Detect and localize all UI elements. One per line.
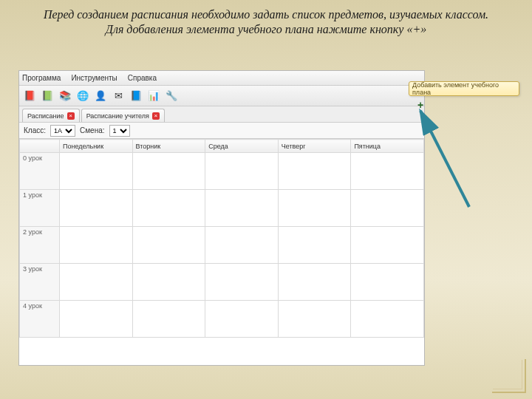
app-window: Программа Инструменты Справка 📕📗📚🌐👤✉📘📊🔧 … bbox=[18, 70, 425, 366]
col-header-blank bbox=[20, 140, 60, 153]
schedule-cell[interactable] bbox=[278, 190, 351, 227]
tab-schedule[interactable]: Расписание × bbox=[22, 109, 80, 122]
decorative-corner-inner bbox=[493, 360, 522, 389]
slide-caption: Перед созданием расписания необходимо за… bbox=[0, 0, 532, 41]
row-header: 0 урок bbox=[20, 153, 60, 190]
schedule-cell[interactable] bbox=[278, 301, 351, 338]
col-header-thursday: Четверг bbox=[278, 140, 351, 153]
filter-bar: Класс: 1А Смена: 1 bbox=[19, 123, 424, 139]
schedule-cell[interactable] bbox=[351, 301, 424, 338]
mail-icon[interactable]: ✉ bbox=[111, 89, 126, 103]
schedule-cell[interactable] bbox=[278, 264, 351, 301]
teacher-icon[interactable]: 👤 bbox=[93, 89, 108, 103]
schedule-cell[interactable] bbox=[205, 227, 279, 264]
tooltip-add-element: Добавить элемент учебного плана bbox=[409, 81, 519, 96]
schedule-table: Понедельник Вторник Среда Четверг Пятниц… bbox=[19, 139, 424, 338]
schedule-cell[interactable] bbox=[205, 264, 279, 301]
book-red-icon[interactable]: 📕 bbox=[22, 89, 37, 103]
schedule-cell[interactable] bbox=[205, 190, 279, 227]
schedule-cell[interactable] bbox=[132, 301, 205, 338]
schedule-cell[interactable] bbox=[205, 301, 279, 338]
menu-tools[interactable]: Инструменты bbox=[71, 74, 117, 82]
schedule-cell[interactable] bbox=[351, 264, 424, 301]
row-header: 3 урок bbox=[20, 264, 60, 301]
schedule-cell[interactable] bbox=[278, 227, 351, 264]
schedule-cell[interactable] bbox=[205, 153, 279, 190]
schedule-cell[interactable] bbox=[60, 190, 133, 227]
class-label: Класс: bbox=[24, 126, 46, 134]
svg-line-0 bbox=[420, 111, 469, 207]
schedule-cell[interactable] bbox=[132, 153, 205, 190]
tab-label: Расписание bbox=[27, 112, 64, 120]
tabs-bar: Расписание × Расписание учителя × bbox=[19, 106, 424, 123]
row-header: 2 урок bbox=[20, 227, 60, 264]
close-icon[interactable]: × bbox=[152, 112, 160, 120]
table-row: 4 урок bbox=[20, 301, 424, 338]
row-header: 4 урок bbox=[20, 301, 60, 338]
schedule-grid-container: Понедельник Вторник Среда Четверг Пятниц… bbox=[19, 139, 424, 365]
add-element-button[interactable]: + bbox=[415, 99, 426, 109]
schedule-cell[interactable] bbox=[351, 190, 424, 227]
schedule-cell[interactable] bbox=[60, 153, 133, 190]
menubar: Программа Инструменты Справка bbox=[19, 71, 424, 86]
book-green-icon[interactable]: 📗 bbox=[40, 89, 55, 103]
schedule-cell[interactable] bbox=[60, 264, 133, 301]
menu-help[interactable]: Справка bbox=[128, 74, 157, 82]
schedule-cell[interactable] bbox=[132, 264, 205, 301]
class-select[interactable]: 1А bbox=[50, 125, 75, 137]
schedule-cell[interactable] bbox=[132, 190, 205, 227]
chart-icon[interactable]: 📊 bbox=[146, 89, 161, 103]
tab-teacher-schedule[interactable]: Расписание учителя × bbox=[81, 109, 165, 122]
col-header-wednesday: Среда bbox=[205, 140, 279, 153]
col-header-tuesday: Вторник bbox=[132, 140, 205, 153]
schedule-cell[interactable] bbox=[278, 153, 351, 190]
schedule-cell[interactable] bbox=[60, 301, 133, 338]
schedule-cell[interactable] bbox=[351, 227, 424, 264]
books-icon[interactable]: 📚 bbox=[58, 89, 72, 103]
toolbar: 📕📗📚🌐👤✉📘📊🔧 bbox=[19, 86, 424, 106]
globe-icon[interactable]: 🌐 bbox=[75, 89, 90, 103]
table-row: 3 урок bbox=[20, 264, 424, 301]
table-row: 0 урок bbox=[20, 153, 424, 190]
menu-program[interactable]: Программа bbox=[22, 74, 61, 82]
notebook-icon[interactable]: 📘 bbox=[129, 89, 143, 103]
table-row: 1 урок bbox=[20, 190, 424, 227]
shift-select[interactable]: 1 bbox=[109, 125, 130, 137]
table-row: 2 урок bbox=[20, 227, 424, 264]
schedule-cell[interactable] bbox=[60, 227, 133, 264]
col-header-monday: Понедельник bbox=[60, 140, 133, 153]
col-header-friday: Пятница bbox=[351, 140, 424, 153]
tools-icon[interactable]: 🔧 bbox=[164, 89, 179, 103]
close-icon[interactable]: × bbox=[67, 112, 75, 120]
schedule-cell[interactable] bbox=[351, 153, 424, 190]
row-header: 1 урок bbox=[20, 190, 60, 227]
shift-label: Смена: bbox=[80, 126, 105, 134]
schedule-cell[interactable] bbox=[132, 227, 205, 264]
tab-label: Расписание учителя bbox=[86, 112, 149, 120]
